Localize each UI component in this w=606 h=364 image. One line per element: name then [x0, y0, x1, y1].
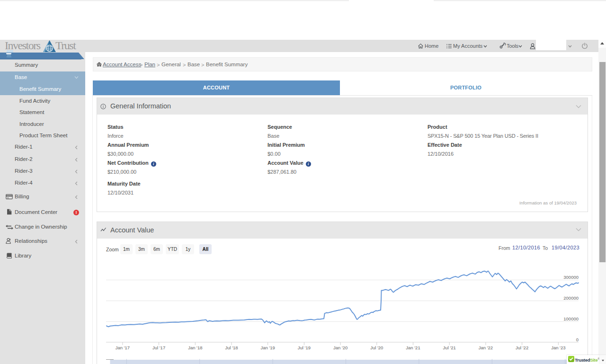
- svg-text:Jul '20: Jul '20: [370, 345, 383, 350]
- svg-text:Jul '21: Jul '21: [443, 345, 456, 350]
- svg-text:Jan '21: Jan '21: [406, 345, 420, 350]
- svg-text:Jul '18: Jul '18: [225, 345, 238, 350]
- svg-text:Jan '17: Jan '17: [116, 345, 130, 350]
- svg-text:Jan '18: Jan '18: [188, 345, 202, 350]
- svg-text:100000: 100000: [563, 316, 579, 321]
- svg-text:0: 0: [576, 337, 579, 342]
- svg-text:Jan '19: Jan '19: [261, 345, 275, 350]
- svg-text:200000: 200000: [563, 295, 579, 301]
- svg-text:Jan '22: Jan '22: [479, 345, 493, 350]
- svg-text:Jan '23: Jan '23: [551, 345, 565, 350]
- svg-text:Jul '22: Jul '22: [516, 345, 528, 350]
- svg-text:Jan '20: Jan '20: [333, 345, 348, 350]
- svg-text:Jul '17: Jul '17: [152, 345, 165, 350]
- svg-text:300000: 300000: [563, 275, 579, 280]
- svg-text:Jul '19: Jul '19: [298, 345, 311, 350]
